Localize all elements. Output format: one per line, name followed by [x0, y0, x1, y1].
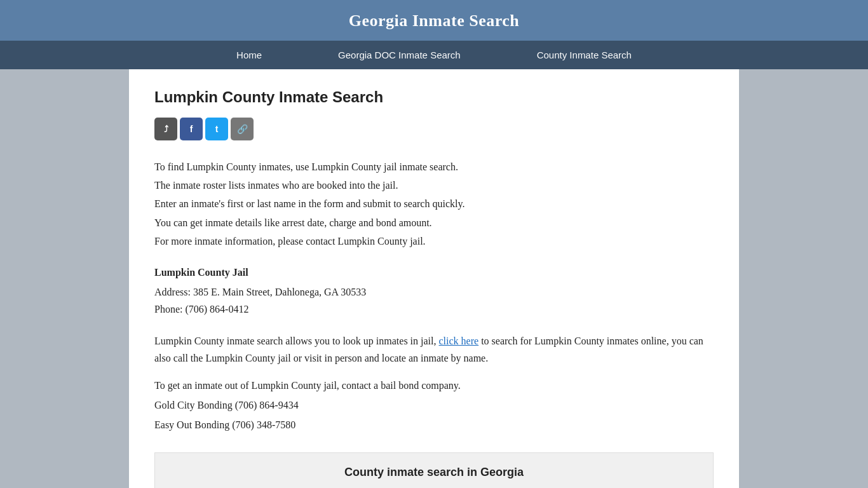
- body-description: To find Lumpkin County inmates, use Lump…: [154, 158, 714, 250]
- content-wrapper: Lumpkin County Inmate Search ⤴ f t 🔗 To …: [129, 69, 739, 488]
- desc-1-before: Lumpkin County inmate search allows you …: [154, 336, 437, 346]
- jail-name: Lumpkin County Jail: [154, 264, 714, 281]
- body-line-5: For more inmate information, please cont…: [154, 233, 714, 250]
- social-buttons: ⤴ f t 🔗: [154, 118, 714, 140]
- bail-bond-2: Easy Out Bonding (706) 348-7580: [154, 416, 714, 433]
- site-title: Georgia Inmate Search: [0, 11, 868, 30]
- body-line-3: Enter an inmate's first or last name in …: [154, 195, 714, 212]
- bail-bond-1: Gold City Bonding (706) 864-9434: [154, 396, 714, 414]
- link-icon: 🔗: [237, 124, 248, 134]
- site-header: Georgia Inmate Search: [0, 0, 868, 41]
- copy-link-button[interactable]: 🔗: [231, 118, 254, 140]
- share-icon: ⤴: [164, 124, 168, 134]
- share-button[interactable]: ⤴: [154, 118, 177, 140]
- nav-doc-search[interactable]: Georgia DOC Inmate Search: [300, 41, 499, 69]
- county-section-title: County inmate search in Georgia: [174, 466, 694, 479]
- nav-home[interactable]: Home: [198, 41, 300, 69]
- page-title: Lumpkin County Inmate Search: [154, 88, 714, 106]
- jail-address: Address: 385 E. Main Street, Dahlonega, …: [154, 283, 714, 301]
- body-line-1: To find Lumpkin County inmates, use Lump…: [154, 158, 714, 175]
- facebook-button[interactable]: f: [180, 118, 203, 140]
- description-paragraph-1: Lumpkin County inmate search allows you …: [154, 332, 714, 367]
- county-section: County inmate search in Georgia Atkinson…: [154, 452, 714, 488]
- nav-county-search[interactable]: County Inmate Search: [499, 41, 670, 69]
- jail-info: Lumpkin County Jail Address: 385 E. Main…: [154, 264, 714, 318]
- description-paragraph-2: To get an inmate out of Lumpkin County j…: [154, 377, 714, 394]
- facebook-icon: f: [190, 124, 193, 134]
- twitter-button[interactable]: t: [205, 118, 228, 140]
- twitter-icon: t: [215, 124, 219, 134]
- body-line-4: You can get inmate details like arrest d…: [154, 214, 714, 231]
- jail-phone: Phone: (706) 864-0412: [154, 301, 714, 318]
- click-here-link[interactable]: click here: [439, 336, 479, 346]
- body-line-2: The inmate roster lists inmates who are …: [154, 177, 714, 194]
- main-nav: Home Georgia DOC Inmate Search County In…: [0, 41, 868, 69]
